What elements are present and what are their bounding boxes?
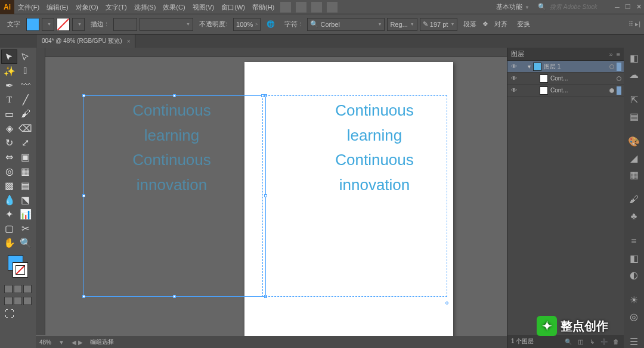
paragraph-link[interactable]: 段落 [463,20,476,29]
menu-window[interactable]: 窗口(W) [218,0,249,14]
stock-icon[interactable] [296,2,306,13]
paragraph-options-icon[interactable]: ❖ [482,20,488,28]
more-options-icon[interactable]: ⠿ ▸| [628,20,640,28]
mesh-tool[interactable]: ▩ [2,179,17,192]
graph-tool[interactable]: 📊 [18,207,33,220]
gradient-panel-icon[interactable]: ◧ [627,251,640,265]
layer-name[interactable]: Cont... [550,75,614,82]
window-maximize-icon[interactable]: ☐ [623,2,633,13]
align-link[interactable]: 对齐 [494,20,507,29]
fill-dropdown[interactable]: ▼ [42,18,54,31]
font-size-input[interactable]: ✎ 197 pt▼ [420,18,458,31]
zoom-tool[interactable]: 🔍 [18,236,33,249]
locate-icon[interactable]: 🔍 [564,338,572,345]
window-close-icon[interactable]: ✕ [633,2,644,13]
target-icon[interactable] [617,76,621,81]
layer-name[interactable]: Cont... [550,87,607,94]
scale-tool[interactable]: ⤢ [18,136,33,149]
handle-icon[interactable] [82,295,85,298]
window-minimize-icon[interactable]: ─ [612,2,623,13]
selection-box-1[interactable] [83,95,266,297]
font-style-select[interactable]: Reg...▼ [387,18,417,31]
bridge-icon[interactable] [280,2,291,13]
color-guide-panel-icon[interactable]: ◢ [627,151,640,164]
gradient-mode-icon[interactable] [14,285,22,293]
document-tab[interactable]: 004* @ 48% (RGB/GPU 预览) × [37,35,135,48]
pen-tool[interactable]: ✒ [2,79,17,92]
canvas[interactable]: Continuous learning Continuous innovatio… [36,48,507,348]
doc-tab-close-icon[interactable]: × [127,38,131,45]
visibility-toggle-icon[interactable]: 👁 [510,63,518,70]
draw-inside-icon[interactable] [23,297,32,305]
fill-stroke-swatch[interactable] [8,255,28,278]
handle-icon[interactable] [173,94,176,97]
stroke-dropdown[interactable]: ▼ [72,18,85,31]
opacity-input[interactable]: 100%> [233,18,261,31]
draw-normal-icon[interactable] [4,297,13,305]
magic-wand-tool[interactable]: ✨ [2,64,17,77]
eraser-tool[interactable]: ⌫ [18,122,33,135]
hand-tool[interactable]: ✋ [2,236,17,249]
rotate-tool[interactable]: ↻ [2,136,17,149]
type-tool[interactable]: T [2,93,17,106]
none-mode-icon[interactable] [23,285,32,293]
asset-panel-icon[interactable]: ▤ [627,110,640,123]
new-layer-icon[interactable]: ➕ [600,338,608,345]
width-tool[interactable]: ⇔ [2,150,17,163]
lasso-tool[interactable]: 𓍰 [18,64,33,77]
blend-tool[interactable]: ⬔ [18,193,33,206]
appearance-panel-icon[interactable]: ☀ [627,293,640,306]
artboard-tool[interactable]: ▢ [2,222,17,235]
swatches-panel-icon[interactable]: ▦ [627,168,640,181]
color-panel-icon[interactable]: 🎨 [627,135,640,148]
direct-selection-tool[interactable] [18,50,33,63]
handle-icon[interactable] [261,94,264,97]
zoom-level[interactable]: 48% [39,339,51,346]
libraries-panel-icon[interactable]: ☁ [627,68,640,81]
layers-panel-icon[interactable]: ☰ [627,335,640,348]
stroke-panel-icon[interactable]: ≡ [627,235,640,248]
panel-collapse-icon[interactable]: » [609,51,612,58]
brushes-panel-icon[interactable]: 🖌 [627,193,640,206]
panel-menu-icon[interactable]: ≡ [617,51,620,58]
workspace-switcher[interactable]: 基本功能▼ [491,2,534,11]
layers-panel-header[interactable]: 图层 »≡ [507,48,624,61]
symbols-panel-icon[interactable]: ♣ [627,210,640,223]
draw-behind-icon[interactable] [14,297,22,305]
search-stock-input[interactable] [549,3,608,11]
menu-type[interactable]: 文字(T) [102,0,131,14]
graphic-styles-panel-icon[interactable]: ◎ [627,310,640,323]
layer-name[interactable]: 图层 1 [544,63,607,71]
selection-box-2[interactable] [262,95,447,297]
stroke-weight-input[interactable] [113,18,137,31]
ruler-horizontal[interactable] [45,48,507,57]
brush-dropdown[interactable]: ▼ [140,18,193,31]
export-panel-icon[interactable]: ⇱ [627,93,640,106]
screen-mode-tool[interactable]: ⛶ [2,307,17,321]
handle-icon[interactable] [82,194,85,197]
menu-file[interactable]: 文件(F) [14,0,43,14]
rectangle-tool[interactable]: ▭ [2,107,17,120]
menu-edit[interactable]: 编辑(E) [43,0,72,14]
paintbrush-tool[interactable]: 🖌 [18,107,33,120]
target-icon[interactable] [609,64,614,69]
properties-panel-icon[interactable]: ◧ [627,51,640,64]
layer-row[interactable]: 👁 Cont... [507,73,624,85]
layer-row[interactable]: 👁 Cont... [507,85,624,97]
gpu-icon[interactable] [327,2,338,13]
line-tool[interactable]: ╱ [18,93,33,106]
globe-icon[interactable]: 🌐 [267,20,275,28]
layer-row[interactable]: 👁 ▾ 图层 1 [507,61,624,73]
clip-mask-icon[interactable]: ◫ [576,338,584,345]
menu-view[interactable]: 视图(V) [189,0,218,14]
gradient-tool[interactable]: ▤ [18,179,33,192]
handle-icon[interactable] [82,94,85,97]
search-stock[interactable]: 🔍 [534,3,612,11]
new-sublayer-icon[interactable]: ↳ [588,338,596,345]
color-mode-icon[interactable] [4,285,13,293]
rotate-handle-icon[interactable] [445,302,448,304]
stroke-swatch[interactable] [57,18,70,31]
slice-tool[interactable]: ✂ [18,222,33,235]
handle-icon[interactable] [173,295,176,298]
transparency-panel-icon[interactable]: ◐ [627,268,640,281]
